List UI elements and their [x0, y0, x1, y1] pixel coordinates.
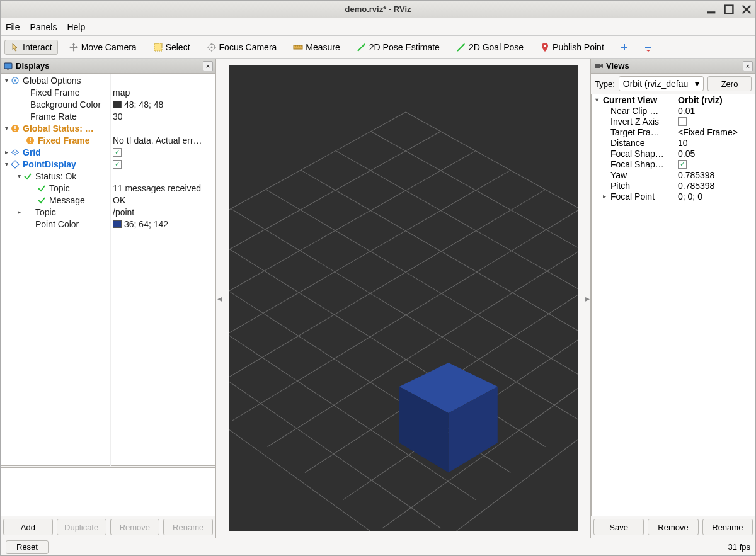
warning-icon [10, 123, 20, 133]
tool-select[interactable]: Select [147, 40, 196, 55]
svg-rect-4 [154, 43, 162, 51]
svg-line-51 [301, 170, 578, 372]
color-swatch [113, 101, 122, 108]
svg-rect-34 [30, 142, 31, 143]
svg-line-40 [229, 170, 510, 372]
views-remove-button[interactable]: Remove [648, 519, 698, 535]
ok-icon [37, 195, 47, 205]
minimize-icon[interactable] [706, 4, 716, 14]
remove-button: Remove [110, 519, 160, 535]
svg-rect-31 [14, 130, 16, 131]
svg-rect-30 [14, 126, 16, 129]
checkbox-focal-shape[interactable]: ✓ [678, 160, 687, 169]
maximize-icon[interactable] [724, 4, 734, 14]
views-save-button[interactable]: Save [593, 519, 644, 535]
tool-2d-goal-pose[interactable]: 2D Goal Pose [450, 40, 529, 55]
ok-icon [23, 171, 33, 181]
svg-rect-1 [725, 5, 733, 13]
svg-line-48 [406, 112, 578, 306]
tree-item-point-color[interactable]: · Point Color 36; 64; 142 [1, 218, 215, 230]
tree-item-global-options[interactable]: ▾ Global Options [1, 74, 215, 86]
zero-button[interactable]: Zero [707, 76, 752, 91]
menu-help[interactable]: Help [67, 22, 85, 32]
views-rename-button[interactable]: Rename [702, 519, 753, 535]
warning-icon [25, 135, 35, 145]
view-row-invert-z[interactable]: ·Invert Z Axis [592, 116, 755, 127]
displays-buttons: Add Duplicate Remove Rename [1, 516, 215, 538]
view-row-target-frame[interactable]: ·Target Fra…<Fixed Frame> [592, 127, 755, 137]
scene-svg [229, 65, 578, 531]
rename-button: Rename [163, 519, 213, 535]
displays-panel-title: Displays × [1, 59, 215, 74]
tree-item-status-ok[interactable]: ▾ Status: Ok [1, 170, 215, 182]
views-close-icon[interactable]: × [743, 61, 753, 71]
displays-close-icon[interactable]: × [203, 61, 213, 71]
app-window: demo.rviz* - RViz File Panels Help Inter… [0, 0, 756, 556]
svg-rect-62 [595, 64, 600, 68]
views-type-combo[interactable]: Orbit (rviz_defau ▾ [619, 76, 704, 91]
view-row-focal-shape-size[interactable]: ·Focal Shap…0.05 [592, 148, 755, 159]
status-bar: Reset 31 fps [1, 538, 755, 555]
displays-tree[interactable]: ▾ Global Options · Fixed Frame map · Bac… [1, 74, 215, 466]
svg-rect-33 [30, 138, 31, 141]
svg-point-28 [14, 79, 16, 82]
tool-measure[interactable]: Measure [287, 40, 345, 55]
views-tree[interactable]: ▾ Current View Orbit (rviz) ·Near Clip …… [591, 94, 755, 516]
main-area: Displays × ▾ Global Options · Fixed Fram… [1, 59, 755, 538]
splitter-left[interactable]: ◂ [216, 59, 222, 538]
tree-item-status-topic[interactable]: · Topic 11 messages received [1, 182, 215, 194]
tree-item-bg-color[interactable]: · Background Color 48; 48; 48 [1, 98, 215, 110]
displays-icon [3, 61, 13, 71]
checkbox-invert-z[interactable] [678, 117, 687, 126]
splitter-right[interactable]: ▸ [584, 59, 590, 538]
point-display-icon [10, 159, 20, 169]
publish-point-icon [540, 42, 550, 52]
tool-publish-point[interactable]: Publish Point [534, 40, 610, 55]
plus-icon [619, 42, 629, 52]
ok-icon [37, 183, 47, 193]
tree-item-topic[interactable]: ▸ Topic /point [1, 206, 215, 218]
view-row-pitch[interactable]: ·Pitch0.785398 [592, 180, 755, 191]
tree-item-gs-fixed-frame[interactable]: · Fixed Frame No tf data. Actual err… [1, 134, 215, 146]
checkbox-grid[interactable]: ✓ [113, 148, 122, 157]
tool-interact[interactable]: Interact [4, 40, 58, 55]
views-type-label: Type: [595, 79, 615, 89]
view-row-distance[interactable]: ·Distance10 [592, 137, 755, 148]
view-row-yaw[interactable]: ·Yaw0.785398 [592, 169, 755, 180]
svg-line-41 [229, 190, 546, 396]
svg-marker-63 [600, 64, 603, 68]
title-bar: demo.rviz* - RViz [1, 1, 755, 18]
view-row-near-clip[interactable]: ·Near Clip …0.01 [592, 105, 755, 116]
viewport-container [222, 59, 584, 538]
views-panel: Views × Type: Orbit (rviz_defau ▾ Zero ▾… [590, 59, 755, 538]
svg-marker-24 [646, 50, 651, 52]
add-button[interactable]: Add [3, 519, 53, 535]
tool-add[interactable] [615, 40, 634, 55]
checkbox-pointdisplay[interactable]: ✓ [113, 160, 122, 169]
tree-item-global-status[interactable]: ▾ Global Status: … [1, 122, 215, 134]
duplicate-button: Duplicate [57, 519, 106, 535]
view-row-focal-point[interactable]: ▸Focal Point0; 0; 0 [592, 191, 755, 201]
viewport-3d[interactable] [229, 65, 578, 531]
tree-item-grid[interactable]: ▸ Grid ✓ [1, 146, 215, 158]
gear-icon [10, 76, 20, 86]
reset-button[interactable]: Reset [6, 540, 49, 554]
select-icon [153, 42, 163, 52]
pose-estimate-icon [357, 42, 367, 52]
tree-item-status-message[interactable]: · Message OK [1, 194, 215, 206]
tool-move-camera[interactable]: Move Camera [63, 40, 142, 55]
tool-focus-camera[interactable]: Focus Camera [201, 40, 283, 55]
tool-remove[interactable] [639, 40, 658, 55]
svg-line-52 [266, 190, 578, 396]
goal-pose-icon [456, 42, 466, 52]
toolbar: Interact Move Camera Select Focus Camera… [1, 36, 755, 59]
view-row-focal-shape-fixed[interactable]: ·Focal Shap…✓ [592, 159, 755, 169]
tool-2d-pose-estimate[interactable]: 2D Pose Estimate [351, 40, 445, 55]
views-buttons: Save Remove Rename [591, 516, 755, 538]
tree-item-point-display[interactable]: ▾ PointDisplay ✓ [1, 158, 215, 170]
close-icon[interactable] [742, 4, 752, 14]
tree-item-frame-rate[interactable]: · Frame Rate 30 [1, 110, 215, 122]
tree-item-fixed-frame[interactable]: · Fixed Frame map [1, 86, 215, 98]
menu-panels[interactable]: Panels [30, 22, 57, 32]
menu-file[interactable]: File [6, 22, 20, 32]
